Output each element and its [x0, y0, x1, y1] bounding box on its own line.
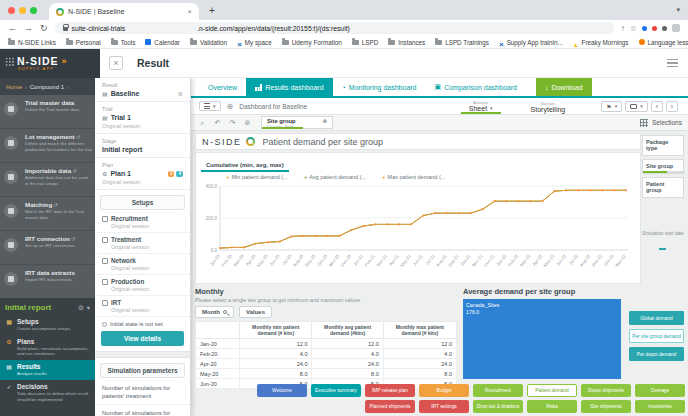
bookmark-item[interactable]: Calendar [145, 39, 180, 46]
analyze-mode[interactable]: Analyze Sheet ▾ [461, 99, 501, 114]
sidebar-item-matching[interactable]: Matching ↺Match the IRT data to the Tria… [0, 197, 95, 230]
global-demand-button[interactable]: Global demand [629, 311, 684, 325]
sheet-menu-button[interactable]: ▾ [199, 101, 221, 111]
setup-production[interactable]: ProductionOriginal version [95, 275, 190, 296]
result-value[interactable]: Baseline [111, 90, 140, 97]
bookmark-item[interactable]: Udemy Formation [282, 39, 342, 46]
nav-planned-shipments[interactable]: Planned shipments [365, 400, 415, 413]
nav-site-shipments[interactable]: Site shipments [581, 400, 631, 413]
filter-site-group[interactable]: Site group [642, 159, 684, 174]
selections-forward-icon[interactable]: ↷ [227, 117, 238, 128]
back-icon[interactable]: ← [8, 23, 17, 33]
nav-inventories[interactable]: Inventories [635, 400, 685, 413]
bookmark-item[interactable]: Freaky Mornings [573, 36, 629, 49]
share-icon[interactable]: ↑ [621, 24, 625, 33]
bookmark-star-icon[interactable]: ☆ [630, 24, 637, 33]
sidebar-item-trial-master-data[interactable]: Trial master dataDefine the Trial master… [0, 95, 95, 128]
remove-selection-icon[interactable]: ⊗ [322, 118, 327, 124]
nav-overage[interactable]: Overage [635, 384, 685, 397]
nav-depot-shipments[interactable]: Depot shipments [581, 384, 631, 397]
month-dimension-button[interactable]: Month [195, 306, 234, 318]
address-bar[interactable]: suite-clinical-trials .n-side.com/app/en… [55, 22, 614, 34]
setup-recruitment[interactable]: RecruitmentOriginal version [95, 212, 190, 233]
report-item-results[interactable]: ResultsAnalyze results [0, 360, 95, 380]
chevron-down-icon[interactable]: ▾ [87, 304, 90, 312]
cell-month[interactable]: Jan-20 [196, 339, 240, 349]
bookmark-item[interactable]: Tools [111, 39, 136, 46]
app-launcher-icon[interactable] [5, 57, 14, 66]
bookmark-item[interactable]: Supply App trainin... [499, 36, 563, 49]
new-tab-button[interactable]: + [209, 5, 215, 16]
view-details-button[interactable]: View details [101, 331, 184, 346]
tab-close-icon[interactable]: × [187, 7, 192, 16]
reload-icon[interactable]: ↻ [40, 23, 48, 33]
clear-selections-icon[interactable]: ⊘ [242, 117, 253, 128]
treemap-canada-sites[interactable]: Canada_Sites 176.0 [463, 299, 621, 379]
bookmark-item[interactable]: Language lessons [639, 39, 688, 46]
initial-state-row[interactable]: Initial state is not set [95, 317, 190, 328]
sidebar-item-irt-connection[interactable]: IRT connection ↺Set up an IRT connection [0, 231, 95, 264]
bookmark-item[interactable]: N-SIDE Links [8, 39, 56, 46]
cell-month[interactable]: May-20 [196, 369, 240, 379]
tab-monitoring-dashboard[interactable]: Monitoring dashboard [333, 78, 426, 96]
sheets-button[interactable]: ▾ [625, 101, 648, 112]
previous-sheet-button[interactable]: ‹ [651, 101, 663, 112]
tab-search-icon[interactable]: ▾ [676, 6, 680, 14]
filter-package-type[interactable]: Package type [642, 135, 684, 156]
nav-budget[interactable]: Budget [419, 384, 469, 397]
per-depot-demand-button[interactable]: Per depot demand [629, 347, 684, 361]
bookmark-item[interactable]: LSPD Trainings [435, 39, 489, 46]
report-item-setups[interactable]: SetupsCreate assumptions setups [0, 315, 95, 335]
report-item-decisions[interactable]: DecisionsTake decisions to define which … [0, 380, 95, 405]
sidebar-item-importable-data[interactable]: Importable data ↺Additional data that ca… [0, 163, 95, 196]
tab-overview[interactable]: Overview [199, 78, 246, 96]
tab-results-dashboard[interactable]: Results dashboard [246, 78, 332, 96]
per-site-group-demand-button[interactable]: Per site group demand [629, 329, 684, 343]
trial-value[interactable]: Trial 1 [111, 114, 131, 121]
zoom-window-button[interactable] [30, 7, 37, 14]
nav-recruitment[interactable]: Recruitment [473, 384, 523, 397]
extension-icon[interactable] [662, 26, 667, 31]
plan-value[interactable]: Plan 1 [110, 170, 131, 177]
lock-icon[interactable] [63, 27, 68, 31]
chart-tab-cumulative[interactable]: Cumulative (min, avg, max) [201, 161, 289, 172]
gear-icon[interactable]: ⚙ [78, 304, 84, 312]
sidebar-item-irt-data-extracts[interactable]: IRT data extractsImport IRT data extract… [0, 265, 95, 298]
minimize-window-button[interactable] [19, 7, 26, 14]
narrate-mode[interactable]: Narrate Storytelling [523, 100, 574, 113]
tab-download[interactable]: Download [536, 78, 592, 96]
selection-chip-site-group[interactable]: Site group ⊗ Canada_Sites [261, 116, 333, 129]
gear-icon[interactable]: ⚙ [178, 90, 183, 97]
extension-icon[interactable] [652, 26, 657, 31]
chart-area[interactable]: 0.0200.0400.0Jan-20Feb-20Mar-20Apr-20May… [196, 180, 640, 284]
breadcrumb-item[interactable]: Compound 1 [30, 84, 64, 90]
smart-search-icon[interactable]: ⌕ [197, 117, 208, 128]
simulation-start-date-value[interactable] [659, 248, 666, 250]
app-logo[interactable]: N-SIDE » SUPPLY APP [0, 49, 100, 78]
demand-line-chart[interactable]: 0.0200.0400.0Jan-20Feb-20Mar-20Apr-20May… [196, 180, 634, 284]
profile-icon[interactable] [672, 24, 680, 32]
close-window-button[interactable] [8, 7, 15, 14]
next-sheet-button[interactable]: › [666, 101, 678, 112]
values-button[interactable]: Values [239, 306, 272, 318]
nav-welcome[interactable]: Welcome [257, 384, 307, 397]
setup-network[interactable]: NetworkOriginal version [95, 254, 190, 275]
bookmark-item[interactable]: LSPD [352, 39, 378, 46]
setup-irt[interactable]: IRTOriginal version [95, 296, 190, 317]
sidebar-item-lot-management[interactable]: Lot management ↺Define and match the dif… [0, 129, 95, 162]
selections-toggle[interactable]: Selections [640, 119, 682, 127]
nav-risks[interactable]: Risks [527, 400, 577, 413]
selections-back-icon[interactable]: ↶ [212, 117, 223, 128]
cell-month[interactable]: Jun-20 [196, 379, 240, 389]
nav-irt-settings[interactable]: IRT settings [419, 400, 469, 413]
setup-treatment[interactable]: TreatmentOriginal version [95, 233, 190, 254]
bookmark-item[interactable]: Instances [388, 39, 425, 46]
extension-icon[interactable] [642, 26, 647, 31]
tab-comparison-dashboard[interactable]: Comparison dashboard [426, 78, 526, 96]
report-item-plans[interactable]: PlansBuild plans, reevaluate assumptions… [0, 335, 95, 360]
nav-drop-out-titrations[interactable]: Drop-out & titrations [473, 400, 523, 413]
radio-icon[interactable] [102, 322, 107, 327]
bookmark-item[interactable]: Validation [190, 39, 227, 46]
report-header[interactable]: Initial report ⚙ ▾ [0, 301, 95, 315]
nav-executive-summary[interactable]: Executive summary [311, 384, 361, 397]
